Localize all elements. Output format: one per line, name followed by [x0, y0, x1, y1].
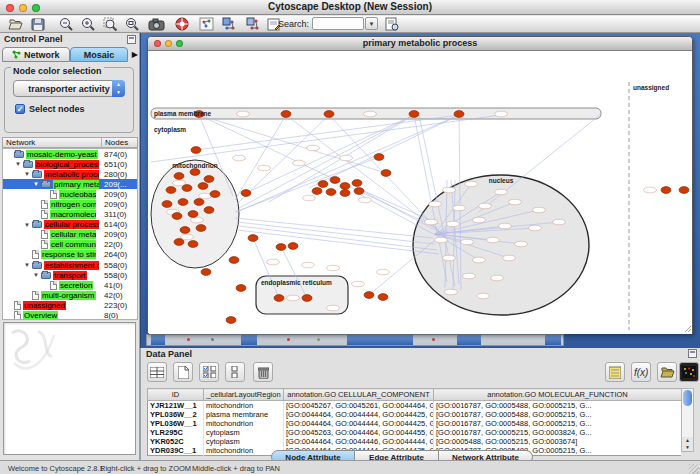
birdseye-view[interactable] [3, 322, 136, 455]
node[interactable] [364, 292, 374, 299]
attribute-table-icon[interactable] [147, 362, 167, 382]
node-label[interactable] [199, 193, 212, 199]
node-label[interactable] [465, 181, 478, 187]
node-label[interactable] [364, 111, 377, 117]
node[interactable] [248, 235, 258, 242]
node[interactable] [381, 170, 391, 177]
node[interactable] [198, 183, 208, 190]
node-label[interactable] [533, 207, 546, 213]
node[interactable] [178, 199, 188, 206]
table-scrollbar[interactable]: ▲▼ [681, 388, 694, 452]
node-label[interactable] [173, 180, 186, 186]
node-label[interactable] [495, 189, 508, 195]
node-label[interactable] [445, 289, 458, 295]
tree-row[interactable]: secretion41(0) [3, 280, 137, 290]
node[interactable] [340, 183, 350, 190]
select-nodes-checkbox[interactable]: ✓ [15, 104, 25, 114]
tree-header-nodes[interactable]: Nodes [102, 138, 137, 147]
table-cell[interactable]: [GO:0016787, GO:0005488, GO:0005215, G..… [434, 419, 682, 428]
node[interactable] [226, 317, 236, 324]
node-label[interactable] [352, 281, 365, 287]
node-label[interactable] [293, 160, 306, 166]
node[interactable] [174, 173, 184, 180]
node[interactable] [302, 295, 312, 302]
node[interactable] [241, 190, 251, 197]
node-label[interactable] [479, 203, 492, 209]
node-label[interactable] [258, 165, 271, 171]
snapshot-icon[interactable] [146, 16, 166, 32]
node[interactable] [174, 239, 184, 246]
node-label[interactable] [327, 305, 340, 311]
node-label[interactable] [307, 145, 320, 151]
zoom-fit-icon[interactable] [122, 16, 142, 32]
tab-overflow-arrow[interactable]: ▶ [132, 50, 138, 59]
tree-row[interactable]: cell communicat22(0) [3, 240, 137, 250]
tree-row[interactable]: ▼primary metabo209(... [3, 179, 137, 189]
table-cell[interactable]: cytoplasm [204, 428, 284, 437]
float-panel-icon[interactable] [127, 35, 136, 44]
table-cell[interactable]: mitochondrion [204, 419, 284, 428]
tree-row[interactable]: Overview8(0) [3, 311, 137, 321]
edge[interactable] [239, 115, 414, 208]
scrollbar-arrows[interactable]: ▲▼ [682, 437, 693, 451]
tree-row[interactable]: ▼establishment of lo558(0) [3, 260, 137, 270]
expand-triangle-icon[interactable]: ▼ [24, 262, 32, 268]
node-label[interactable] [463, 273, 476, 279]
node[interactable] [679, 187, 689, 194]
node[interactable] [354, 188, 364, 195]
node[interactable] [201, 269, 211, 276]
edge[interactable] [239, 226, 437, 250]
tree-row[interactable]: nucleobase-209(0) [3, 189, 137, 199]
node-label[interactable] [495, 111, 508, 117]
expand-triangle-icon[interactable]: ▼ [33, 181, 41, 187]
table-cell[interactable]: [GO:0044464, GO:0044444, GO:0044425, G..… [284, 410, 434, 419]
table-cell[interactable]: [GO:0044464, GO:0044444, GO:0044425, G..… [284, 419, 434, 428]
node-label[interactable] [237, 111, 250, 117]
table-row[interactable]: YPL036W__1mitochondrion[GO:0044464, GO:0… [148, 419, 682, 428]
tree-row[interactable]: response to stimulu264(0) [3, 250, 137, 260]
tree-row[interactable]: unassigned223(0) [3, 300, 137, 310]
node[interactable] [166, 187, 176, 194]
node-label[interactable] [553, 219, 566, 225]
node[interactable] [162, 201, 172, 208]
node[interactable] [281, 111, 291, 118]
save-icon[interactable] [28, 16, 48, 32]
table-cell[interactable]: plasma membrane [204, 410, 284, 419]
node[interactable] [182, 185, 192, 192]
tree-row[interactable]: nitrogen compo209(0) [3, 199, 137, 209]
node-label[interactable] [377, 269, 390, 275]
node-label[interactable] [327, 265, 340, 271]
node[interactable] [352, 180, 362, 187]
node[interactable] [190, 169, 200, 176]
table-cell[interactable]: YKR052C [148, 437, 204, 446]
node-label[interactable] [302, 262, 315, 268]
node[interactable] [236, 285, 246, 292]
edge[interactable] [357, 188, 439, 224]
tree-row[interactable]: ▼biological_process651(0) [3, 159, 137, 169]
node[interactable] [326, 189, 336, 196]
tree-row[interactable]: mosaic-demo-yeast874(0) [3, 149, 137, 159]
notepad-icon[interactable] [605, 362, 625, 382]
table-cell[interactable]: [GO:0044464, GO:0044446, GO:0044444, G..… [284, 437, 434, 446]
search-dropdown-arrow[interactable]: ▼ [365, 17, 378, 30]
network-canvas[interactable]: plasma membranecytoplasmmitochondrionnuc… [149, 52, 692, 334]
table-cell[interactable]: [GO:0016787, GO:0005215, GO:0003824, G..… [434, 428, 682, 437]
table-row[interactable]: YPL036W__2plasma membrane[GO:0044464, GO… [148, 410, 682, 419]
node[interactable] [661, 187, 671, 194]
network-overview-icon[interactable] [196, 16, 216, 32]
node[interactable] [330, 177, 340, 184]
node[interactable] [288, 243, 298, 250]
table-cell[interactable]: [GO:0005488, GO:0005215, GO:0003674] [434, 437, 682, 446]
node[interactable] [194, 199, 204, 206]
node[interactable] [188, 211, 198, 218]
column-header[interactable]: ID [148, 389, 204, 401]
node-label[interactable] [435, 237, 448, 243]
expand-triangle-icon[interactable]: ▼ [24, 222, 32, 228]
table-cell[interactable]: [GO:0045263, GO:0044464, GO:0044455, G..… [284, 428, 434, 437]
node-label[interactable] [477, 293, 490, 299]
column-header[interactable]: annotation.GO MOLECULAR_FUNCTION [434, 389, 682, 401]
node-label[interactable] [644, 187, 657, 193]
edge[interactable] [309, 115, 459, 188]
table-cell[interactable]: [GO:0016787, GO:0005488, GO:0005215, G..… [434, 410, 682, 419]
tree-row[interactable]: ▼cellular process614(0) [3, 220, 137, 230]
